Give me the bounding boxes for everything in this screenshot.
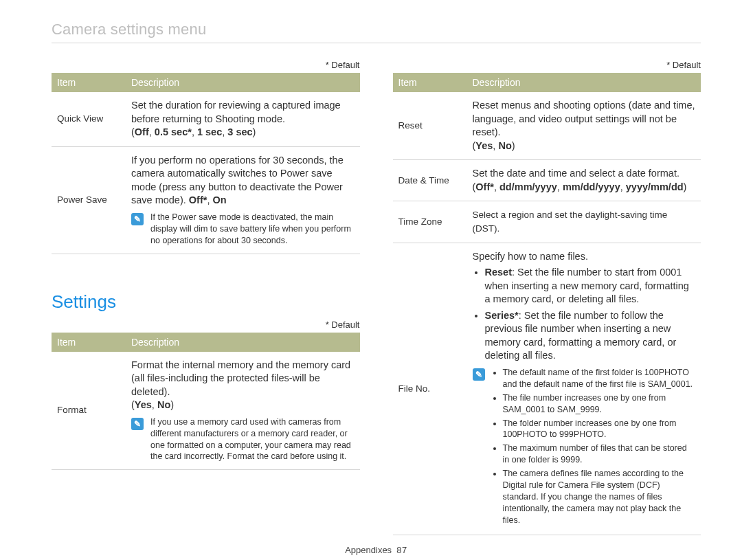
right-column: * Default Item Description Reset Reset m…	[393, 60, 701, 535]
table-row: Quick View Set the duration for reviewin…	[52, 92, 360, 146]
description-cell: Set the duration for reviewing a capture…	[126, 92, 360, 146]
table-row: File No. Specify how to name files. Rese…	[393, 243, 701, 535]
list-item: The default name of the first folder is …	[503, 367, 696, 390]
two-column-layout: * Default Item Description Quick View Se…	[52, 60, 701, 535]
settings-table-2: Item Description Format Format the inter…	[52, 333, 360, 471]
item-cell: File No.	[393, 243, 467, 535]
page-title: Camera settings menu	[52, 21, 701, 43]
options-list: (Off, 0.5 sec*, 1 sec, 3 sec)	[131, 126, 256, 137]
note-block: ✎ The default name of the first folder i…	[473, 367, 696, 528]
default-note: * Default	[52, 320, 360, 330]
settings-table-3: Item Description Reset Reset menus and s…	[393, 73, 701, 535]
list-item: The file number increases one by one fro…	[503, 392, 696, 416]
note-block: ✎ If you use a memory card used with cam…	[131, 416, 355, 463]
note-block: ✎ If the Power save mode is deactivated,…	[131, 212, 355, 247]
item-cell: Reset	[393, 92, 467, 160]
options-list: (Yes, No)	[473, 140, 515, 151]
section-heading-settings: Settings	[52, 291, 360, 313]
page-footer: Appendixes 87	[52, 545, 701, 555]
description-cell: Format the internal memory and the memor…	[126, 352, 360, 470]
default-note: * Default	[393, 60, 701, 70]
left-column: * Default Item Description Quick View Se…	[52, 60, 360, 535]
table-row: Time Zone Select a region and set the da…	[393, 201, 701, 243]
description-cell: Select a region and set the daylight-sav…	[467, 201, 701, 243]
description-cell: Set the date and time and select a date …	[467, 160, 701, 201]
note-text: If you use a memory card used with camer…	[150, 416, 355, 463]
table-row: Power Save If you perform no operations …	[52, 146, 360, 254]
th-item: Item	[393, 73, 467, 92]
list-item: Series*: Set the file number to follow t…	[485, 309, 696, 363]
settings-table-1: Item Description Quick View Set the dura…	[52, 73, 360, 254]
list-item: Reset: Set the file number to start from…	[485, 266, 696, 306]
list-item: The folder number increases one by one f…	[503, 418, 696, 441]
note-text: If the Power save mode is deactivated, t…	[150, 212, 355, 247]
desc-text: Select a region and set the daylight-sav…	[473, 210, 668, 234]
desc-text: Format the internal memory and the memor…	[131, 359, 350, 397]
table-row: Reset Reset menus and shooting options (…	[393, 92, 701, 160]
item-cell: Power Save	[52, 146, 126, 254]
description-cell: Specify how to name files. Reset: Set th…	[467, 243, 701, 535]
desc-text: Set the date and time and select a date …	[473, 168, 679, 179]
desc-text: If you perform no operations for 30 seco…	[131, 155, 344, 206]
manual-page: Camera settings menu * Default Item Desc…	[0, 0, 742, 555]
footer-label: Appendixes	[345, 545, 392, 555]
item-cell: Time Zone	[393, 201, 467, 243]
default-note: * Default	[52, 60, 360, 70]
desc-text: Set the duration for reviewing a capture…	[131, 100, 341, 124]
description-cell: Reset menus and shooting options (date a…	[467, 92, 701, 160]
th-item: Item	[52, 333, 126, 352]
list-item: The maximum number of files that can be …	[503, 443, 696, 466]
description-cell: If you perform no operations for 30 seco…	[126, 146, 360, 254]
options-list: (Off*, dd/mm/yyyy, mm/dd/yyyy, yyyy/mm/d…	[473, 181, 687, 192]
item-cell: Date & Time	[393, 160, 467, 201]
file-no-bullets: Reset: Set the file number to start from…	[473, 266, 696, 363]
table-row: Date & Time Set the date and time and se…	[393, 160, 701, 201]
th-item: Item	[52, 73, 126, 92]
th-description: Description	[126, 73, 360, 92]
item-cell: Quick View	[52, 92, 126, 146]
note-icon: ✎	[473, 368, 485, 381]
page-number: 87	[396, 545, 407, 555]
note-icon: ✎	[131, 213, 144, 225]
desc-text: Specify how to name files.	[473, 251, 588, 262]
note-list: The default name of the first folder is …	[492, 367, 696, 528]
options-list: (Yes, No)	[131, 399, 174, 410]
th-description: Description	[126, 333, 360, 352]
note-icon: ✎	[131, 418, 144, 430]
table-row: Format Format the internal memory and th…	[52, 352, 360, 470]
th-description: Description	[467, 73, 701, 92]
desc-text: Reset menus and shooting options (date a…	[473, 100, 695, 137]
item-cell: Format	[52, 352, 126, 470]
list-item: The camera defines file names according …	[503, 468, 696, 526]
